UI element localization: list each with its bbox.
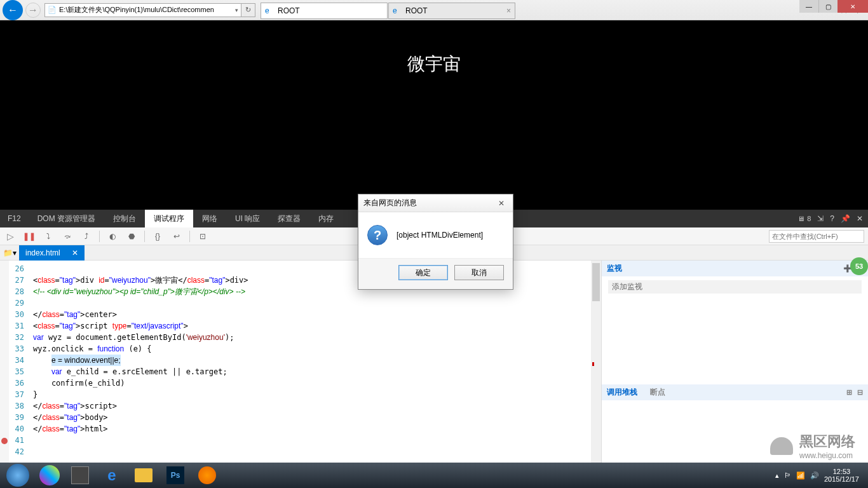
format-button[interactable]: {} (151, 230, 164, 243)
watch-panel-body[interactable]: 添加监视 (602, 276, 868, 384)
breakpoint-marker[interactable] (1, 438, 8, 444)
watermark-text-1: 黑区网络 (799, 432, 855, 451)
devtools-close-icon[interactable]: ✕ (857, 214, 863, 223)
tab-debugger[interactable]: 调试程序 (145, 210, 193, 227)
tab-memory[interactable]: 内存 (309, 210, 342, 227)
tab-title: ROOT (278, 6, 300, 15)
code-editor[interactable]: 2627282930313233343536373839404142 <clas… (0, 261, 601, 477)
scroll-marker (592, 362, 594, 366)
dialog-close-icon[interactable]: ✕ (495, 199, 508, 208)
pin-icon[interactable]: 📌 (841, 214, 850, 223)
nav-back-button[interactable]: ← (3, 0, 23, 20)
taskbar-app-sublime[interactable] (65, 464, 95, 487)
callstack-icon-2[interactable]: ⊟ (857, 388, 863, 396)
watermark-text-2: www.heigu.com (799, 451, 855, 460)
dialog-titlebar[interactable]: 来自网页的消息 ✕ (358, 194, 513, 212)
callstack-icon-1[interactable]: ⊞ (846, 388, 852, 396)
breakpoint-gutter[interactable] (0, 261, 9, 477)
file-tab-index[interactable]: index.html ✕ (19, 245, 85, 261)
file-tab-label: index.html (25, 248, 60, 257)
browser-tab-1[interactable]: e ROOT (261, 3, 388, 19)
open-file-icon[interactable]: 📁▾ (0, 248, 19, 257)
step-over-button[interactable]: ⤼ (61, 230, 74, 243)
window-close-button[interactable]: ✕ (837, 0, 868, 13)
window-minimize-button[interactable]: — (799, 0, 818, 13)
browser-tab-2[interactable]: e ROOT × (388, 3, 515, 19)
address-bar[interactable]: 📄 E:\新建文件夹\QQPinyin(1)\mulu\CDict\recomm… (44, 3, 241, 17)
question-icon: ? (367, 225, 388, 245)
page-heading[interactable]: 微宇宙 (407, 52, 461, 210)
tray-volume-icon[interactable]: 🔊 (810, 471, 819, 480)
vertical-scrollbar[interactable] (591, 261, 601, 477)
dialog-title-text: 来自网页的消息 (363, 198, 417, 208)
breakpoints-label[interactable]: 断点 (650, 387, 665, 398)
browser-toolbar: ← → 📄 E:\新建文件夹\QQPinyin(1)\mulu\CDict\re… (0, 0, 868, 20)
refresh-button[interactable]: ↻ (241, 3, 255, 17)
address-text: E:\新建文件夹\QQPinyin(1)\mulu\CDict\recommen (59, 5, 214, 15)
tray-time[interactable]: 12:53 (824, 468, 859, 475)
tray-flag-icon[interactable]: 🏳 (784, 471, 791, 479)
confirm-dialog: 来自网页的消息 ✕ ? [object HTMLDivElement] 确定 取… (358, 194, 513, 290)
file-tab-close-icon[interactable]: ✕ (72, 248, 78, 257)
taskbar-app-ie[interactable]: e (97, 464, 127, 487)
window-maximize-button[interactable]: ▢ (818, 0, 837, 13)
page-icon: 📄 (48, 6, 57, 14)
tray-date[interactable]: 2015/12/17 (824, 475, 859, 483)
dialog-message: [object HTMLDivElement] (397, 231, 483, 240)
taskbar-app-photoshop[interactable]: Ps (160, 464, 191, 487)
system-tray[interactable]: ▴ 🏳 📶 🔊 12:53 2015/12/17 (775, 468, 865, 483)
tab-dom-explorer[interactable]: DOM 资源管理器 (29, 210, 104, 227)
scroll-thumb[interactable] (592, 263, 600, 301)
word-wrap-button[interactable]: ↩ (170, 230, 183, 243)
tab-network[interactable]: 网络 (193, 210, 226, 227)
notification-badge[interactable]: 53 (850, 257, 868, 275)
watch-label: 监视 (607, 263, 622, 274)
taskbar-app-explorer[interactable] (128, 464, 159, 487)
ie-icon: e (265, 6, 274, 15)
callstack-panel-header[interactable]: 调用堆栈 断点 ⊞ ⊟ (602, 384, 868, 400)
taskbar-app-1[interactable] (39, 465, 60, 485)
tab-profiler[interactable]: 探查器 (269, 210, 309, 227)
step-into-button[interactable]: ⤵ (42, 230, 55, 243)
break-all-button[interactable]: ◐ (106, 230, 119, 243)
add-watch-row[interactable]: 添加监视 (608, 280, 862, 294)
watermark: 黑区网络 www.heigu.com (770, 432, 855, 460)
tab-close-icon[interactable]: × (506, 6, 511, 15)
search-input[interactable] (769, 230, 864, 243)
watermark-icon (770, 437, 793, 455)
line-numbers: 2627282930313233343536373839404142 (9, 261, 28, 477)
callstack-label[interactable]: 调用堆栈 (607, 387, 637, 398)
tab-ui-response[interactable]: UI 响应 (226, 210, 269, 227)
tab-console[interactable]: 控制台 (104, 210, 145, 227)
browser-tabs: e ROOT e ROOT × (261, 1, 516, 19)
cancel-button[interactable]: 取消 (454, 265, 504, 280)
ok-button[interactable]: 确定 (398, 265, 448, 280)
ie-icon: e (393, 6, 402, 15)
tray-expand-icon[interactable]: ▴ (775, 471, 779, 480)
tab-title: ROOT (405, 6, 428, 15)
continue-button[interactable]: ▷ (4, 230, 17, 243)
step-out-button[interactable]: ⤴ (80, 230, 93, 243)
address-dropdown-icon[interactable]: ▾ (235, 7, 238, 13)
screens-indicator[interactable]: 🖥 8 (797, 215, 811, 222)
page-viewport: 微宇宙 (0, 20, 868, 210)
just-my-code-button[interactable]: ⊡ (196, 230, 209, 243)
undock-icon[interactable]: ⇲ (817, 214, 824, 223)
code-content[interactable]: <class="tag">div id="weiyuzhou">微宇宙</cla… (28, 261, 591, 477)
nav-forward-button[interactable]: → (25, 3, 41, 18)
tray-network-icon[interactable]: 📶 (796, 471, 805, 480)
exceptions-button[interactable]: ⬣ (125, 230, 138, 243)
taskbar-app-firefox[interactable] (192, 464, 222, 487)
taskbar: e Ps ▴ 🏳 📶 🔊 12:53 2015/12/17 (0, 463, 868, 488)
pause-button[interactable]: ❚❚ (23, 230, 36, 243)
start-button[interactable] (3, 464, 33, 487)
watch-panel-header[interactable]: 监视 ➕ ⟳ (602, 261, 868, 276)
f12-label: F12 (0, 214, 29, 223)
help-icon[interactable]: ? (830, 214, 834, 223)
